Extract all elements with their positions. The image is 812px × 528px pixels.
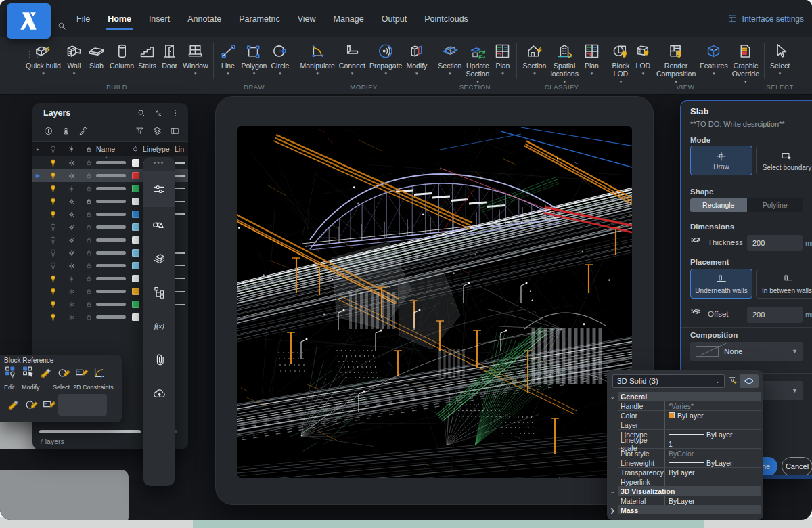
ribbon-item-section[interactable]: Section▾ xyxy=(520,41,548,76)
lock-icon[interactable] xyxy=(81,236,96,244)
section-chevron-icon[interactable]: ⌄ xyxy=(607,392,618,401)
ribbon-item-circle[interactable]: Circle▾ xyxy=(269,41,291,76)
shape-rectangle-option[interactable]: Rectangle xyxy=(690,198,747,212)
ribbon-item-line[interactable]: Line▾ xyxy=(217,41,240,76)
property-value[interactable]: ByLayer xyxy=(665,430,761,439)
search-icon[interactable] xyxy=(57,21,67,31)
lock-icon[interactable] xyxy=(81,288,96,295)
menu-item-home[interactable]: Home xyxy=(108,14,131,24)
layer-color-swatch[interactable] xyxy=(132,249,139,257)
lock-icon[interactable] xyxy=(81,211,96,218)
freeze-column-icon[interactable] xyxy=(62,145,81,153)
layer-color-swatch[interactable] xyxy=(132,172,139,179)
selection-dropdown[interactable]: 3D Solid (3)⌄ xyxy=(612,374,725,388)
property-value[interactable]: ByLayer xyxy=(665,468,761,477)
sun-icon[interactable] xyxy=(62,172,81,180)
property-row-layer[interactable]: Layer xyxy=(607,420,761,430)
property-row-3d-visualization[interactable]: ⌄3D Visualization xyxy=(607,487,761,496)
ribbon-item-manipulate[interactable]: Manipulate▾ xyxy=(298,41,336,76)
tool-layers-stack-button[interactable] xyxy=(143,241,175,275)
bulb-on-icon[interactable] xyxy=(43,313,62,322)
brush-y-icon[interactable] xyxy=(7,397,22,412)
ribbon-item-modify[interactable]: Modify▾ xyxy=(404,41,429,76)
ribbon-item-graphic-override[interactable]: Graphic Override▾ xyxy=(730,41,761,85)
bulb-on-icon[interactable] xyxy=(43,197,62,206)
blk-modify-icon[interactable] xyxy=(22,365,37,380)
lock-icon[interactable] xyxy=(81,249,96,257)
ribbon-item-update-section[interactable]: Update Section▾ xyxy=(464,41,491,85)
ribbon-item-lod[interactable]: LOD▾ xyxy=(632,41,654,76)
property-row-handle[interactable]: Handle*Varies* xyxy=(607,401,761,411)
layers-hscrollbar[interactable] xyxy=(39,430,141,433)
interface-settings[interactable]: Interface settings xyxy=(727,0,804,37)
collapse-icon[interactable] xyxy=(154,108,163,118)
placement-underneath-button[interactable]: Underneath walls xyxy=(690,269,752,299)
layer-color-swatch[interactable] xyxy=(132,288,139,295)
property-row-color[interactable]: ColorByLayer xyxy=(607,411,761,420)
property-row-lineweight[interactable]: LineweightByLayer xyxy=(607,458,761,468)
visibility-eye-button[interactable] xyxy=(740,374,759,388)
lock-icon[interactable] xyxy=(81,313,96,321)
bulb-on-icon[interactable] xyxy=(43,184,62,193)
ribbon-item-slab[interactable]: Slab xyxy=(85,41,108,76)
thickness-input[interactable]: 200 xyxy=(747,235,803,251)
bulb-column-icon[interactable] xyxy=(43,145,62,154)
menu-item-parametric[interactable]: Parametric xyxy=(239,14,279,24)
funnel-icon[interactable] xyxy=(135,126,145,136)
property-row-mass[interactable]: ❯Mass xyxy=(607,506,761,515)
layer-state-icon[interactable] xyxy=(152,126,162,136)
tool-materials-button[interactable] xyxy=(143,207,175,241)
tool-sliders-button[interactable] xyxy=(143,171,175,207)
property-value[interactable]: ByColor xyxy=(665,449,761,458)
filter-funnel-icon[interactable] xyxy=(728,376,738,385)
layer-color-swatch[interactable] xyxy=(132,185,139,192)
rect-pencil-icon[interactable] xyxy=(74,365,89,380)
menu-item-insert[interactable]: Insert xyxy=(149,14,170,24)
menu-item-view[interactable]: View xyxy=(298,14,316,24)
property-value[interactable]: *Varies* xyxy=(665,401,761,410)
lineweight-column-header[interactable]: Lin xyxy=(172,145,188,153)
section-chevron-icon[interactable]: ⌄ xyxy=(607,487,618,496)
lock-icon[interactable] xyxy=(81,262,96,269)
property-row-hyperlink[interactable]: Hyperlink xyxy=(607,477,761,487)
mode-select-boundary-button[interactable]: Select boundary xyxy=(756,146,812,175)
layer-color-swatch[interactable] xyxy=(132,262,139,269)
circ-pencil-icon[interactable] xyxy=(57,365,72,380)
layer-color-swatch[interactable] xyxy=(132,236,139,244)
lock-icon[interactable] xyxy=(81,159,96,167)
tool-structure-button[interactable] xyxy=(143,275,175,309)
sun-icon[interactable] xyxy=(62,262,81,270)
section-chevron-icon[interactable]: ❯ xyxy=(607,506,618,515)
kebab-icon[interactable] xyxy=(171,108,180,118)
color-column-icon[interactable] xyxy=(130,145,141,153)
ribbon-item-select[interactable]: Select▾ xyxy=(768,41,792,76)
property-row-general[interactable]: ⌄General xyxy=(607,392,761,401)
brush-icon[interactable] xyxy=(78,126,89,136)
bulb-on-icon[interactable] xyxy=(43,171,62,180)
property-value[interactable]: ByLayer xyxy=(665,458,761,467)
menu-item-manage[interactable]: Manage xyxy=(334,14,364,24)
lock-icon[interactable] xyxy=(81,275,96,282)
circ-pencil-icon[interactable] xyxy=(24,397,39,412)
rect-pencil-icon[interactable] xyxy=(42,397,57,412)
menu-item-file[interactable]: File xyxy=(76,14,90,24)
bulb-on-icon[interactable] xyxy=(43,287,62,296)
snow-icon[interactable] xyxy=(62,275,81,283)
layer-color-swatch[interactable] xyxy=(132,275,139,282)
menu-item-annotate[interactable]: Annotate xyxy=(187,14,221,24)
ribbon-item-polygon[interactable]: Polygon▾ xyxy=(240,41,269,76)
bulb-on-icon[interactable] xyxy=(43,210,62,219)
brush-y-icon[interactable] xyxy=(39,365,54,380)
layer-color-swatch[interactable] xyxy=(132,198,139,205)
property-value[interactable] xyxy=(665,420,761,429)
lock-column-icon[interactable] xyxy=(81,146,96,153)
bulb-on-icon[interactable] xyxy=(43,274,62,283)
bulb-off-icon[interactable] xyxy=(43,261,62,270)
layer-color-swatch[interactable] xyxy=(132,223,139,231)
lock-icon[interactable] xyxy=(81,185,96,192)
property-row-linetype-scale[interactable]: Linetype scale1 xyxy=(607,439,761,449)
arc-con-icon[interactable] xyxy=(92,365,107,380)
lock-icon[interactable] xyxy=(81,301,96,308)
layer-color-swatch[interactable] xyxy=(132,301,139,308)
tool-cloud-up-button[interactable] xyxy=(143,376,175,410)
